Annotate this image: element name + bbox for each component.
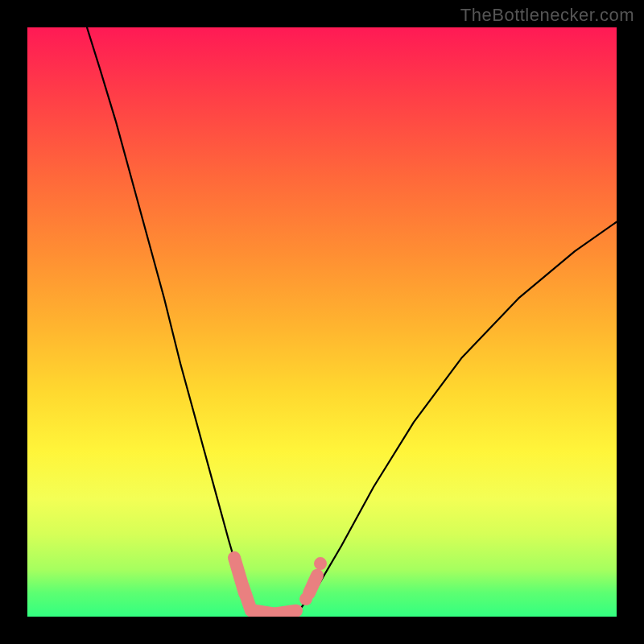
marker-dot xyxy=(314,557,327,570)
bottleneck-curve xyxy=(87,27,617,613)
watermark-text: TheBottlenecker.com xyxy=(460,5,634,26)
chart-frame: TheBottlenecker.com xyxy=(0,0,644,644)
chart-svg xyxy=(27,27,617,617)
marker-capsule xyxy=(309,576,317,593)
plot-area xyxy=(27,27,617,617)
marker-capsule xyxy=(275,611,296,614)
